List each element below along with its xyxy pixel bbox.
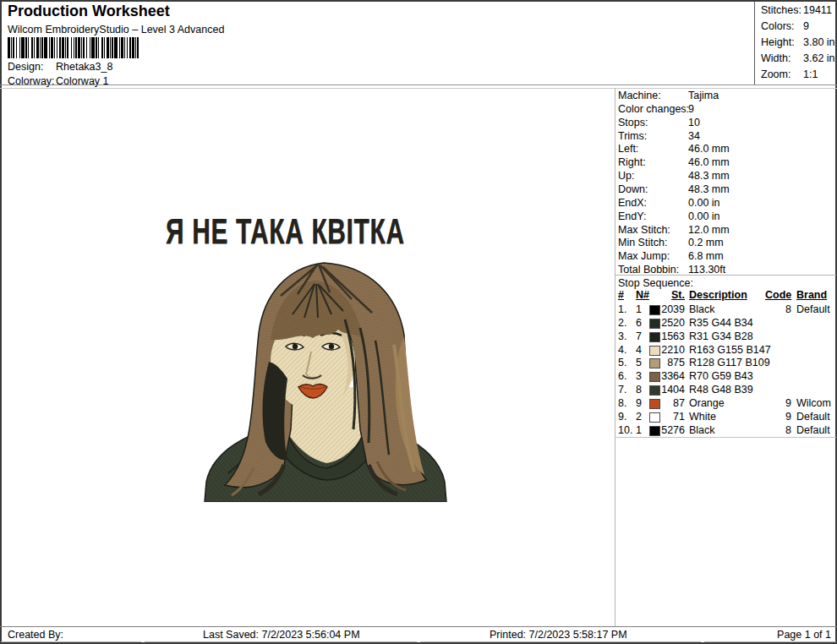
seq-number: 1. (618, 303, 626, 315)
machine-info-value: 0.00 in (688, 197, 720, 209)
stop-sequence-row: 5.5875R128 G117 B109 (615, 357, 837, 370)
stat-value: 9 (803, 20, 809, 32)
machine-info-row: Right:46.0 mm (615, 156, 837, 170)
machine-info-row: EndX:0.00 in (615, 197, 837, 210)
stitch-count: 2210 (657, 344, 685, 356)
header-divider (0, 85, 837, 85)
machine-info-value: 12.0 mm (688, 224, 730, 236)
stop-sequence-row: 1.12039Black8Default (615, 303, 837, 317)
stop-sequence-row: 2.62520R35 G44 B34 (615, 317, 837, 330)
machine-info-label: Stops: (618, 117, 648, 128)
machine-info-row: Stops:10 (615, 117, 837, 130)
thread-code: 9 (771, 397, 791, 409)
stat-label: Stitches: (761, 4, 801, 16)
seq-number: 7. (618, 384, 626, 396)
stitch-count: 87 (657, 397, 685, 409)
page-title: Production Worksheet (8, 3, 170, 20)
stop-sequence-row: 10.15276Black8Default (615, 424, 837, 438)
embroidery-text: Я НЕ ТАКА КВІТКА (166, 210, 405, 252)
thread-description: R70 G59 B43 (689, 370, 753, 382)
machine-info-value: 0.2 mm (688, 237, 724, 248)
stop-sequence-row: 3.71563R31 G34 B28 (615, 330, 837, 344)
stop-sequence-title: Stop Sequence: (618, 277, 693, 289)
needle-number: 1 (636, 303, 642, 315)
stat-value: 3.80 in (803, 36, 835, 48)
stitch-count: 3364 (657, 370, 685, 382)
footer-underline-seg (420, 641, 701, 642)
machine-info-label: Trims: (618, 130, 647, 142)
thread-description: R128 G117 B109 (689, 357, 770, 368)
machine-info-row: Min Stitch:0.2 mm (615, 237, 837, 250)
stat-row: Height:3.80 in (755, 34, 836, 50)
stop-sequence-row: 9.271White9Default (615, 411, 837, 424)
thread-description: Black (689, 424, 715, 436)
machine-info-value: 46.0 mm (688, 156, 730, 168)
machine-info-label: Left: (618, 143, 638, 155)
machine-info-label: Machine: (618, 90, 661, 101)
machine-info-value: 0.00 in (688, 210, 720, 222)
machine-info-label: Total Bobbin: (618, 264, 679, 276)
stitch-count: 875 (657, 357, 685, 368)
thread-brand: Default (796, 303, 830, 315)
thread-description: R35 G44 B34 (689, 317, 753, 329)
stats-box: Stitches:19411Colors:9Height:3.80 inWidt… (754, 2, 836, 85)
stat-row: Stitches:19411 (755, 2, 836, 18)
seq-number: 4. (618, 344, 626, 356)
stitch-count: 2039 (657, 303, 685, 315)
machine-info-label: Up: (618, 170, 634, 182)
needle-number: 9 (636, 397, 642, 409)
stat-value: 19411 (803, 4, 832, 16)
thread-brand: Default (796, 411, 830, 423)
design-value: Rhetaka3_8 (56, 61, 112, 73)
page-indicator: Page 1 of 1 (777, 629, 831, 641)
footer-underline-seg (1, 641, 141, 642)
barcode-bar (139, 37, 141, 58)
machine-info-label: Max Stitch: (618, 224, 670, 236)
machine-info-row: Machine:Tajima (615, 90, 837, 103)
machine-info-value: 46.0 mm (688, 143, 730, 155)
needle-number: 5 (636, 357, 642, 368)
machine-info-row: Trims:34 (615, 130, 837, 144)
seq-number: 8. (618, 397, 626, 409)
seq-number: 9. (618, 411, 626, 423)
footer-underline-seg (704, 641, 836, 642)
needle-number: 2 (636, 411, 642, 423)
thread-code: 8 (771, 424, 791, 436)
machine-info-label: EndY: (618, 210, 646, 222)
needle-number: 3 (636, 370, 642, 382)
stitch-count: 2520 (657, 317, 685, 329)
col-n: N# (636, 289, 649, 301)
seq-number: 5. (618, 357, 626, 368)
col-st: St. (653, 289, 685, 301)
design-row: Design: Rhetaka3_8 (8, 61, 43, 73)
thread-code: 8 (771, 303, 791, 315)
machine-info-row: Max Stitch:12.0 mm (615, 224, 837, 237)
machine-info-row: Up:48.3 mm (615, 170, 837, 183)
seq-number: 6. (618, 370, 626, 382)
needle-number: 4 (636, 344, 642, 356)
production-worksheet-page: Production Worksheet Wilcom EmbroiderySt… (0, 0, 837, 644)
machine-info-label: EndX: (618, 197, 647, 209)
thread-code: 9 (771, 411, 791, 423)
embroidery-portrait (203, 260, 448, 502)
header-divider-light (0, 88, 837, 89)
stat-row: Colors:9 (755, 18, 836, 34)
needle-number: 6 (636, 317, 642, 329)
barcode (8, 37, 141, 58)
machine-info-row: Down:48.3 mm (615, 183, 837, 197)
machine-info-row: Max Jump:6.8 mm (615, 250, 837, 264)
machine-info-label: Down: (618, 183, 648, 195)
needle-number: 8 (636, 384, 642, 396)
stat-value: 3.62 in (803, 52, 835, 64)
seq-number: 10. (618, 424, 632, 436)
footer-underline-seg (145, 641, 417, 642)
machine-info-value: 34 (688, 130, 700, 142)
stop-sequence-row: 6.33364R70 G59 B43 (615, 370, 837, 384)
created-by-label: Created By: (8, 629, 63, 641)
col-num: # (618, 289, 624, 301)
machine-info-value: 9 (688, 103, 694, 115)
machine-info-value: 48.3 mm (688, 170, 730, 182)
stat-value: 1:1 (803, 68, 818, 80)
seq-number: 2. (618, 317, 626, 329)
machine-info-row: Color changes:9 (615, 103, 837, 117)
